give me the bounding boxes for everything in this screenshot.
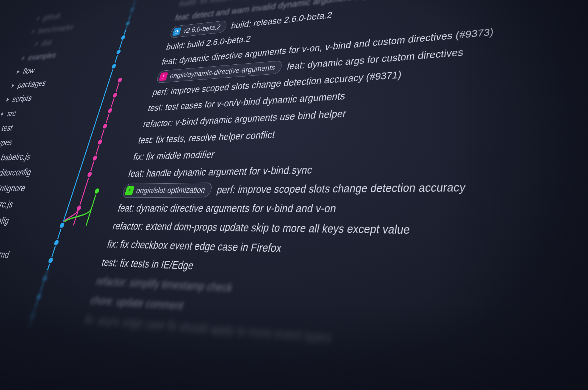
graph-lanes	[29, 269, 94, 290]
commit-node-icon	[42, 276, 48, 281]
graph-lanes	[17, 305, 82, 329]
folder-label: flow	[22, 66, 36, 76]
chevron-icon	[35, 42, 39, 46]
file--eslintignore[interactable]: .eslintignore	[0, 180, 65, 197]
branch-badge[interactable]: ᛘorigin/slot-optimization	[121, 182, 213, 198]
graph-lanes	[69, 149, 131, 167]
file-label: BACKERS.md	[0, 248, 11, 260]
file--babelrc-js[interactable]: .babelrc.js	[0, 147, 75, 166]
commit-node-icon	[121, 35, 126, 40]
graph-lanes	[46, 217, 110, 235]
commit-node-icon	[54, 240, 60, 245]
file--eslintrc-js[interactable]: .eslintrc.js	[0, 196, 59, 213]
folder-label: dist	[40, 38, 53, 48]
branch-icon: ᛘ	[159, 72, 168, 81]
chevron-icon	[22, 56, 25, 60]
commit-message: fix: async edge case fix should apply to…	[83, 313, 333, 345]
commit-message: fix: fix checkbox event edge case in Fir…	[106, 238, 283, 255]
commit-message: perf: improve scoped slots change detect…	[216, 181, 467, 196]
folder-label: test	[0, 123, 15, 133]
chevron-icon	[11, 84, 15, 88]
commit-node-icon	[92, 156, 98, 161]
commit-node-icon	[30, 312, 36, 319]
commit-row[interactable]: chore: update comment	[23, 287, 588, 356]
commit-row[interactable]: test: fix tests in IE/Edge	[35, 251, 588, 300]
commit-node-icon	[87, 172, 92, 177]
file-label: .eslintignore	[0, 183, 27, 194]
file-label: .eslintrc.js	[0, 199, 15, 210]
file-label: .editorconfig	[0, 167, 33, 178]
commit-message: refactor: simplify timestamp check	[94, 275, 234, 294]
branch-label: origin/slot-optimization	[135, 185, 207, 195]
folder-label: src	[6, 109, 18, 118]
file--editorconfig[interactable]: .editorconfig	[0, 163, 70, 181]
folder-label: types	[0, 137, 14, 148]
folder-label: github	[42, 11, 62, 22]
commit-node-icon	[111, 64, 116, 69]
chevron-icon	[1, 112, 4, 116]
tag-icon: ◔	[172, 27, 181, 36]
commit-node-icon	[116, 49, 121, 54]
folder-label: packages	[16, 78, 47, 90]
commit-message: fix: fix middle modifier	[132, 149, 216, 162]
commit-row[interactable]: refactor: simplify timestamp check	[29, 269, 588, 328]
commit-message: chore: update comment	[89, 294, 185, 313]
commit-node-icon	[107, 108, 113, 113]
graph-lanes	[35, 251, 100, 272]
graph-lanes	[74, 132, 136, 151]
tag-label: v2.6.0-beta.2	[182, 23, 222, 35]
branch-icon: ᛘ	[125, 186, 135, 196]
commit-message: test: fix tests in IE/Edge	[100, 256, 195, 272]
commit-node-icon	[125, 21, 130, 26]
file--gitignore[interactable]: .gitignore	[0, 228, 48, 247]
chevron-icon	[17, 70, 20, 74]
chevron-icon	[37, 17, 40, 20]
folder-label: examples	[27, 50, 58, 62]
chevron-icon	[6, 98, 10, 102]
commit-message: refactor: extend dom-props update skip t…	[111, 220, 411, 237]
commit-node-icon	[130, 7, 135, 12]
commit-node-icon	[48, 258, 54, 263]
commit-node-icon	[97, 139, 103, 145]
file-BACKERS-md[interactable]: BACKERS.md	[0, 245, 42, 265]
folder-label: scripts	[11, 93, 33, 104]
graph-lanes	[41, 234, 105, 253]
commit-node-icon	[94, 188, 100, 194]
commit-node-icon	[36, 294, 42, 300]
commit-message: feat: handle dynamic argument for v-bind…	[127, 164, 314, 179]
graph-lanes	[58, 182, 121, 199]
commit-node-icon	[103, 124, 108, 129]
file-label: .babelrc.js	[0, 152, 32, 163]
chevron-icon	[32, 30, 35, 33]
file-label: .gitignore	[0, 231, 1, 243]
graph-lanes	[63, 165, 126, 183]
file--flowconfig[interactable]: .flowconfig	[0, 212, 53, 230]
file-LICENSE[interactable]: LICENSE	[0, 261, 36, 283]
commit-message: feat: dynamic directive arguments for v-…	[116, 202, 337, 215]
commit-node-icon	[117, 78, 122, 82]
file-label: .flowconfig	[0, 215, 11, 226]
commit-row[interactable]: fix: async edge case fix should apply to…	[17, 305, 588, 385]
commit-node-icon	[112, 93, 118, 98]
commit-message: test: fix tests, resolve helper conflict	[137, 129, 276, 146]
